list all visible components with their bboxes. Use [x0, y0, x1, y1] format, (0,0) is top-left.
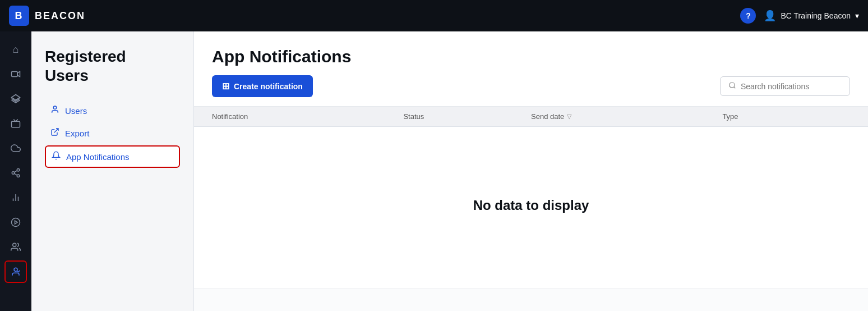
- content-header: App Notifications ⊞ Create notification: [194, 31, 868, 107]
- search-box: [720, 76, 850, 96]
- content-toolbar: ⊞ Create notification: [212, 75, 850, 97]
- secondary-sidebar: RegisteredUsers Users Export App Notific…: [31, 31, 194, 311]
- svg-rect-0: [12, 72, 18, 77]
- logo-letter: B: [15, 10, 24, 22]
- create-notification-button[interactable]: ⊞ Create notification: [212, 75, 313, 97]
- chevron-down-icon: ▾: [855, 11, 859, 20]
- nav-icon-cloud[interactable]: [4, 137, 27, 159]
- svg-point-4: [17, 169, 20, 172]
- bell-icon: [52, 151, 61, 162]
- top-navigation: B BEACON ? 👤 BC Training Beacon ▾: [0, 0, 868, 31]
- svg-line-8: [14, 171, 17, 172]
- svg-marker-13: [15, 221, 18, 224]
- nav-icon-analytics[interactable]: [4, 186, 27, 209]
- table-footer: [194, 289, 868, 311]
- sidebar-item-users[interactable]: Users: [45, 100, 180, 121]
- svg-point-5: [12, 172, 15, 175]
- col-type: Type: [722, 112, 850, 121]
- sort-icon: ▽: [567, 113, 571, 120]
- brand-name: BEACON: [35, 10, 85, 22]
- plus-icon: ⊞: [222, 81, 229, 92]
- svg-rect-3: [12, 121, 20, 127]
- logo-box: B: [9, 6, 29, 26]
- nav-icon-users-group[interactable]: [4, 236, 27, 258]
- sidebar-title: RegisteredUsers: [45, 47, 180, 85]
- sidebar-item-export[interactable]: Export: [45, 123, 180, 143]
- sidebar-nav: Users Export App Notifications: [45, 100, 180, 168]
- user-name: BC Training Beacon: [781, 11, 851, 20]
- col-notification: Notification: [212, 112, 403, 121]
- nav-right: ? 👤 BC Training Beacon ▾: [740, 8, 859, 24]
- user-menu[interactable]: 👤 BC Training Beacon ▾: [764, 10, 859, 22]
- search-input[interactable]: [741, 82, 842, 91]
- svg-line-19: [734, 87, 736, 89]
- main-content: App Notifications ⊞ Create notification …: [194, 31, 868, 311]
- table-area: Notification Status Send date ▽ Type No …: [194, 107, 868, 289]
- sidebar-item-export-label: Export: [65, 129, 89, 138]
- sidebar-item-users-label: Users: [65, 106, 87, 116]
- sidebar-item-app-notifications-label: App Notifications: [66, 152, 130, 162]
- nav-icon-tv[interactable]: [4, 112, 27, 135]
- svg-point-12: [12, 218, 20, 227]
- nav-icon-play-circle[interactable]: [4, 211, 27, 234]
- main-layout: ⌂ RegisteredUsers: [0, 31, 868, 311]
- svg-marker-1: [17, 72, 20, 77]
- svg-point-16: [53, 106, 56, 109]
- sidebar-item-app-notifications[interactable]: App Notifications: [45, 145, 180, 168]
- nav-icon-registered-users[interactable]: [4, 260, 27, 283]
- logo-area[interactable]: B BEACON: [9, 6, 85, 26]
- svg-point-15: [14, 268, 17, 271]
- svg-line-7: [14, 173, 17, 175]
- help-button[interactable]: ?: [740, 8, 756, 24]
- search-icon: [728, 81, 736, 91]
- user-avatar-icon: 👤: [764, 10, 776, 22]
- export-icon: [50, 127, 59, 139]
- table-header: Notification Status Send date ▽ Type: [194, 107, 868, 127]
- page-title: App Notifications: [212, 47, 850, 66]
- svg-point-6: [17, 175, 20, 177]
- nav-icon-home[interactable]: ⌂: [4, 38, 27, 61]
- nav-icon-layers[interactable]: [4, 88, 27, 110]
- svg-point-18: [730, 83, 735, 88]
- nav-icon-video[interactable]: [4, 63, 27, 85]
- nav-icon-share[interactable]: [4, 162, 27, 184]
- svg-point-14: [13, 243, 16, 246]
- col-send-date[interactable]: Send date ▽: [531, 112, 722, 121]
- col-status: Status: [403, 112, 531, 121]
- icon-sidebar: ⌂: [0, 31, 31, 311]
- user-icon: [50, 105, 59, 116]
- empty-state: No data to display: [194, 127, 868, 284]
- svg-line-17: [54, 129, 58, 132]
